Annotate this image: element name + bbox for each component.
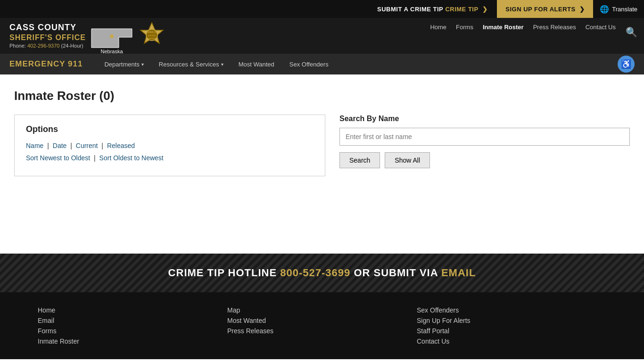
nebraska-map-svg xyxy=(91,23,133,49)
sort-newest[interactable]: Sort Newest to Oldest xyxy=(26,154,90,162)
nav-departments[interactable]: Departments ▾ xyxy=(97,54,151,74)
sheriff-badge: CASS CO SHERIFF NEBRASKA xyxy=(138,22,166,50)
search-box: Search By Name Search Show All xyxy=(339,115,630,168)
nebraska-map: Nebraska xyxy=(91,23,133,49)
phone-hour: (24-Hour) xyxy=(61,43,83,49)
departments-caret: ▾ xyxy=(141,62,144,67)
globe-icon: 🌐 xyxy=(600,5,609,14)
search-button[interactable]: Search xyxy=(339,152,380,168)
alerts-label: SIGN UP FOR ALERTS xyxy=(505,6,575,13)
sex-offenders-label: Sex Offenders xyxy=(289,61,329,68)
top-nav-home[interactable]: Home xyxy=(430,24,446,31)
sep1: | xyxy=(47,142,51,149)
filter-name[interactable]: Name xyxy=(26,142,43,149)
sheriffs-label: SHERIFF'S xyxy=(9,33,55,41)
translate-button[interactable]: 🌐 Translate xyxy=(593,0,644,18)
filter-current[interactable]: Current xyxy=(76,142,98,149)
filter-date[interactable]: Date xyxy=(53,142,67,149)
sep2: | xyxy=(70,142,74,149)
nav-sex-offenders[interactable]: Sex Offenders xyxy=(282,54,336,74)
svg-text:CASS CO: CASS CO xyxy=(147,31,157,33)
footer-contact-us[interactable]: Contact Us xyxy=(417,337,606,345)
svg-text:SHERIFF: SHERIFF xyxy=(148,34,156,37)
resources-label: Resources & Services xyxy=(159,61,219,68)
show-all-button[interactable]: Show All xyxy=(385,152,430,168)
phone-number: 402-296-9370 xyxy=(27,43,60,49)
options-box: Options Name | Date | Current | Released… xyxy=(14,115,325,176)
second-nav-links: Departments ▾ Resources & Services ▾ Mos… xyxy=(97,54,618,74)
footer-sex-offenders[interactable]: Sex Offenders xyxy=(417,306,606,314)
hotline-email[interactable]: EMAIL xyxy=(441,267,476,279)
county-name: CASS COUNTY xyxy=(9,23,86,33)
phone-info: Phone: 402-296-9370 (24-Hour) xyxy=(9,43,86,49)
emergency-label: EMERGENCY xyxy=(9,59,65,68)
crime-tip-highlight: CRIME TIP xyxy=(445,6,478,13)
nav-most-wanted[interactable]: Most Wanted xyxy=(231,54,282,74)
crime-tip-arrow: ❯ xyxy=(482,6,488,13)
svg-text:NEBRASKA: NEBRASKA xyxy=(147,37,157,40)
phone-label: Phone: xyxy=(9,43,26,49)
top-nav-forms[interactable]: Forms xyxy=(456,24,473,31)
options-title: Options xyxy=(26,124,314,134)
alerts-button[interactable]: SIGN UP FOR ALERTS ❯ xyxy=(497,0,593,18)
departments-label: Departments xyxy=(104,61,139,68)
sort-sep: | xyxy=(94,154,98,162)
search-by-name-label: Search By Name xyxy=(339,115,630,123)
footer-forms[interactable]: Forms xyxy=(38,327,227,335)
footer-sign-up-alerts[interactable]: Sign Up For Alerts xyxy=(417,317,606,324)
top-nav-contact-us[interactable]: Contact Us xyxy=(586,24,616,31)
footer-staff-portal[interactable]: Staff Portal xyxy=(417,327,606,335)
sort-links-row: Sort Newest to Oldest | Sort Oldest to N… xyxy=(26,154,314,162)
footer-links: Home Email Forms Inmate Roster Map Most … xyxy=(0,292,644,359)
alerts-arrow: ❯ xyxy=(579,6,585,13)
state-label: Nebraska xyxy=(91,49,133,54)
main-content: Inmate Roster (0) Options Name | Date | … xyxy=(0,74,644,254)
search-btn-row: Search Show All xyxy=(339,152,630,168)
emergency-911: EMERGENCY 911 xyxy=(9,59,83,69)
site-header: CASS COUNTY SHERIFF'S OFFICE Phone: 402-… xyxy=(0,18,644,54)
filter-links-row: Name | Date | Current | Released xyxy=(26,142,314,149)
footer-inmate-roster[interactable]: Inmate Roster xyxy=(38,337,227,345)
footer-most-wanted[interactable]: Most Wanted xyxy=(227,317,417,324)
top-nav-inmate-roster[interactable]: Inmate Roster xyxy=(483,24,524,31)
hotline-text: CRIME TIP HOTLINE xyxy=(168,267,277,279)
sort-oldest[interactable]: Sort Oldest to Newest xyxy=(99,154,164,162)
search-icon[interactable]: 🔍 xyxy=(626,26,637,38)
second-nav: EMERGENCY 911 Departments ▾ Resources & … xyxy=(0,54,644,74)
crime-tip-button[interactable]: SUBMIT A CRIME TIP CRIME TIP ❯ xyxy=(368,0,497,18)
logo-text: CASS COUNTY SHERIFF'S OFFICE Phone: 402-… xyxy=(9,23,86,49)
top-nav: Home Forms Inmate Roster Press Releases … xyxy=(430,24,616,31)
nav-resources-services[interactable]: Resources & Services ▾ xyxy=(151,54,231,74)
most-wanted-label: Most Wanted xyxy=(239,61,274,68)
office-label: OFFICE xyxy=(55,33,86,41)
logo-area: CASS COUNTY SHERIFF'S OFFICE Phone: 402-… xyxy=(9,22,166,50)
translate-label: Translate xyxy=(612,6,637,13)
resources-caret: ▾ xyxy=(221,62,223,67)
footer-email[interactable]: Email xyxy=(38,317,227,324)
footer-hotline: CRIME TIP HOTLINE 800-527-3699 OR SUBMIT… xyxy=(0,254,644,292)
footer-home[interactable]: Home xyxy=(38,306,227,314)
crime-tip-label: SUBMIT A CRIME TIP xyxy=(377,6,443,13)
footer-col-2: Map Most Wanted Press Releases xyxy=(227,306,417,345)
top-bar: SUBMIT A CRIME TIP CRIME TIP ❯ SIGN UP F… xyxy=(0,0,644,18)
emergency-number: 911 xyxy=(68,59,83,68)
footer-map[interactable]: Map xyxy=(227,306,417,314)
svg-point-1 xyxy=(110,34,114,38)
sep3: | xyxy=(101,142,105,149)
hotline-or: OR SUBMIT VIA xyxy=(354,267,438,279)
filter-released[interactable]: Released xyxy=(107,142,135,149)
footer-col-3: Sex Offenders Sign Up For Alerts Staff P… xyxy=(417,306,606,345)
hotline-number[interactable]: 800-527-3699 xyxy=(280,267,350,279)
footer-col-1: Home Email Forms Inmate Roster xyxy=(38,306,227,345)
search-input[interactable] xyxy=(339,128,630,146)
footer-press-releases[interactable]: Press Releases xyxy=(227,327,417,335)
top-nav-press-releases[interactable]: Press Releases xyxy=(533,24,576,31)
accessibility-button[interactable]: ♿ xyxy=(618,56,635,73)
content-row: Options Name | Date | Current | Released… xyxy=(14,115,630,176)
page-title: Inmate Roster (0) xyxy=(14,89,630,103)
